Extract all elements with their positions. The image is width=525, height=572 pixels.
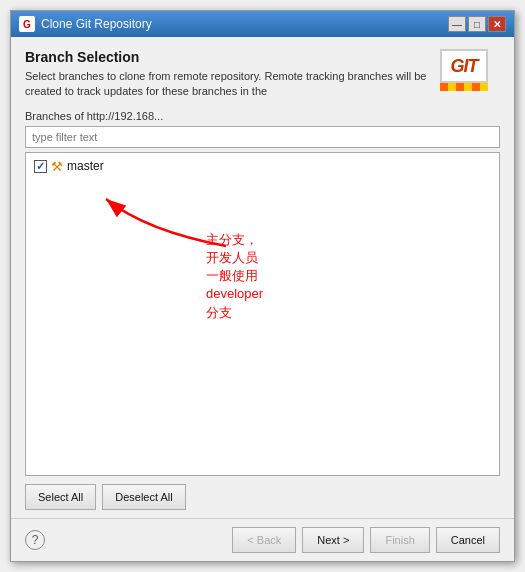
header-section: Branch Selection Select branches to clon… (25, 49, 500, 100)
select-buttons-row: Select All Deselect All (25, 484, 500, 510)
header-text: Branch Selection Select branches to clon… (25, 49, 430, 100)
minimize-button[interactable]: — (448, 16, 466, 32)
branch-list: ⚒ master 主分支，开发人员一般使用developer分支 (25, 152, 500, 476)
select-all-button[interactable]: Select All (25, 484, 96, 510)
nav-buttons: < Back Next > Finish Cancel (232, 527, 500, 553)
deselect-all-button[interactable]: Deselect All (102, 484, 185, 510)
git-logo-stripe (440, 83, 488, 91)
bottom-bar: ? < Back Next > Finish Cancel (11, 518, 514, 561)
window-icon: G (19, 16, 35, 32)
filter-input[interactable] (25, 126, 500, 148)
branch-item-master[interactable]: ⚒ master (30, 157, 495, 176)
section-description: Select branches to clone from remote rep… (25, 69, 430, 100)
branch-checkbox-master[interactable] (34, 160, 47, 173)
close-button[interactable]: ✕ (488, 16, 506, 32)
window-title: Clone Git Repository (41, 17, 152, 31)
git-logo-box: GIT (440, 49, 488, 83)
main-content: Branch Selection Select branches to clon… (11, 37, 514, 518)
section-title: Branch Selection (25, 49, 430, 65)
finish-button[interactable]: Finish (370, 527, 429, 553)
back-button[interactable]: < Back (232, 527, 296, 553)
maximize-button[interactable]: □ (468, 16, 486, 32)
annotation-arrow (86, 181, 246, 251)
git-logo: GIT (440, 49, 500, 99)
main-window: G Clone Git Repository — □ ✕ Branch Sele… (10, 10, 515, 562)
title-bar-left: G Clone Git Repository (19, 16, 152, 32)
cancel-button[interactable]: Cancel (436, 527, 500, 553)
next-button[interactable]: Next > (302, 527, 364, 553)
title-bar: G Clone Git Repository — □ ✕ (11, 11, 514, 37)
branch-icon: ⚒ (51, 159, 63, 174)
branches-label: Branches of http://192.168... (25, 110, 500, 122)
branch-name-master: master (67, 159, 104, 173)
title-buttons: — □ ✕ (448, 16, 506, 32)
help-button[interactable]: ? (25, 530, 45, 550)
annotation-text: 主分支，开发人员一般使用developer分支 (206, 231, 263, 322)
